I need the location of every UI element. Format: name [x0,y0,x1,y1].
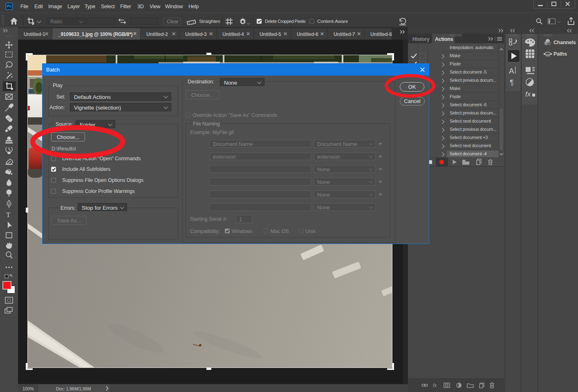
svg-text:A: A [509,67,514,75]
svg-text:T: T [6,211,11,219]
svg-text:fx: fx [433,383,437,388]
svg-text:fx: fx [525,90,531,98]
svg-text:¶: ¶ [510,78,514,87]
